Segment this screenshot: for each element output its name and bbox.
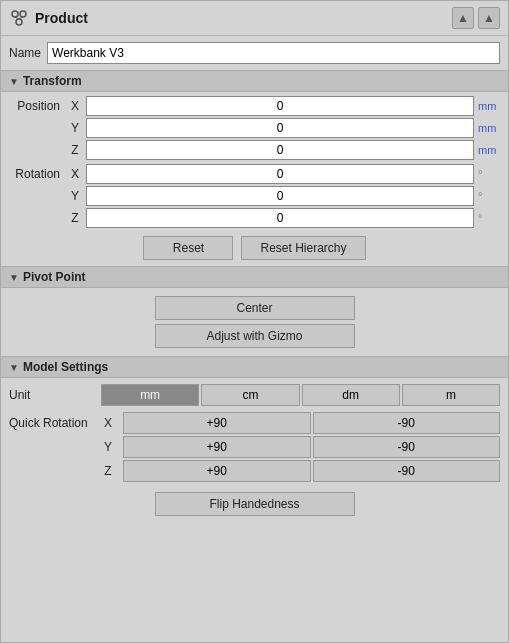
- qr-y-minus-button[interactable]: -90: [313, 436, 501, 458]
- pivot-label: Pivot Point: [23, 270, 86, 284]
- header-actions: ▲ ▲: [452, 7, 500, 29]
- name-label: Name: [9, 46, 41, 60]
- qr-y-axis: Y: [101, 440, 115, 454]
- rot-y-unit: °: [478, 190, 500, 202]
- qr-x-plus-button[interactable]: +90: [123, 412, 311, 434]
- reset-button-row: Reset Reset Hierarchy: [9, 230, 500, 264]
- transform-content: Position X mm Y mm Z mm Rotation X ° Y: [1, 92, 508, 266]
- model-label: Model Settings: [23, 360, 108, 374]
- unit-dm-button[interactable]: dm: [302, 384, 400, 406]
- pos-y-unit: mm: [478, 122, 500, 134]
- qr-x-minus-button[interactable]: -90: [313, 412, 501, 434]
- svg-point-0: [12, 11, 18, 17]
- header-left: Product: [9, 8, 88, 28]
- transform-label: Transform: [23, 74, 82, 88]
- flip-row: Flip Handedness: [9, 484, 500, 520]
- model-section-header: ▼ Model Settings: [1, 356, 508, 378]
- qr-z-minus-button[interactable]: -90: [313, 460, 501, 482]
- pivot-section-header: ▼ Pivot Point: [1, 266, 508, 288]
- adjust-gizmo-button[interactable]: Adjust with Gizmo: [155, 324, 355, 348]
- qr-z-plus-button[interactable]: +90: [123, 460, 311, 482]
- rot-z-unit: °: [478, 212, 500, 224]
- svg-point-1: [20, 11, 26, 17]
- unit-cm-button[interactable]: cm: [201, 384, 299, 406]
- name-input[interactable]: [47, 42, 500, 64]
- svg-line-3: [15, 17, 19, 19]
- rotation-label: Rotation: [9, 167, 64, 181]
- pos-x-axis: X: [68, 99, 82, 113]
- model-content: Unit mm cm dm m Quick Rotation X +90 -90…: [1, 378, 508, 526]
- pivot-triangle: ▼: [9, 272, 19, 283]
- position-x-row: Position X mm: [9, 96, 500, 116]
- pos-z-axis: Z: [68, 143, 82, 157]
- panel-title: Product: [35, 10, 88, 26]
- unit-label: Unit: [9, 388, 99, 402]
- pos-y-input[interactable]: [86, 118, 474, 138]
- rotation-y-row: Y °: [9, 186, 500, 206]
- pos-x-unit: mm: [478, 100, 500, 112]
- position-z-row: Z mm: [9, 140, 500, 160]
- qr-y-plus-button[interactable]: +90: [123, 436, 311, 458]
- qr-z-axis: Z: [101, 464, 115, 478]
- rot-z-axis: Z: [68, 211, 82, 225]
- unit-mm-button[interactable]: mm: [101, 384, 199, 406]
- transform-section-header: ▼ Transform: [1, 70, 508, 92]
- up-button[interactable]: ▲: [452, 7, 474, 29]
- product-icon: [9, 8, 29, 28]
- name-row: Name: [1, 36, 508, 70]
- rot-z-input[interactable]: [86, 208, 474, 228]
- reset-button[interactable]: Reset: [143, 236, 233, 260]
- rotation-x-row: Rotation X °: [9, 164, 500, 184]
- reset-hierarchy-button[interactable]: Reset Hierarchy: [241, 236, 365, 260]
- model-triangle: ▼: [9, 362, 19, 373]
- quick-rotation-y-row: Y +90 -90: [9, 436, 500, 458]
- rotation-z-row: Z °: [9, 208, 500, 228]
- pos-y-axis: Y: [68, 121, 82, 135]
- quick-rotation-label: Quick Rotation: [9, 416, 99, 430]
- position-y-row: Y mm: [9, 118, 500, 138]
- rot-x-input[interactable]: [86, 164, 474, 184]
- center-button[interactable]: Center: [155, 296, 355, 320]
- transform-triangle: ▼: [9, 76, 19, 87]
- rot-y-axis: Y: [68, 189, 82, 203]
- unit-m-button[interactable]: m: [402, 384, 500, 406]
- rot-x-unit: °: [478, 168, 500, 180]
- quick-rotation-x-row: Quick Rotation X +90 -90: [9, 412, 500, 434]
- svg-point-2: [16, 19, 22, 25]
- quick-rotation-z-row: Z +90 -90: [9, 460, 500, 482]
- pos-x-input[interactable]: [86, 96, 474, 116]
- flip-handedness-button[interactable]: Flip Handedness: [155, 492, 355, 516]
- pos-z-unit: mm: [478, 144, 500, 156]
- pos-z-input[interactable]: [86, 140, 474, 160]
- svg-line-4: [19, 17, 23, 19]
- qr-x-axis: X: [101, 416, 115, 430]
- up2-button[interactable]: ▲: [478, 7, 500, 29]
- unit-row: Unit mm cm dm m: [9, 384, 500, 406]
- main-panel: Product ▲ ▲ Name ▼ Transform Position X …: [0, 0, 509, 643]
- panel-header: Product ▲ ▲: [1, 1, 508, 36]
- rot-y-input[interactable]: [86, 186, 474, 206]
- pivot-content: Center Adjust with Gizmo: [1, 288, 508, 356]
- position-label: Position: [9, 99, 64, 113]
- rot-x-axis: X: [68, 167, 82, 181]
